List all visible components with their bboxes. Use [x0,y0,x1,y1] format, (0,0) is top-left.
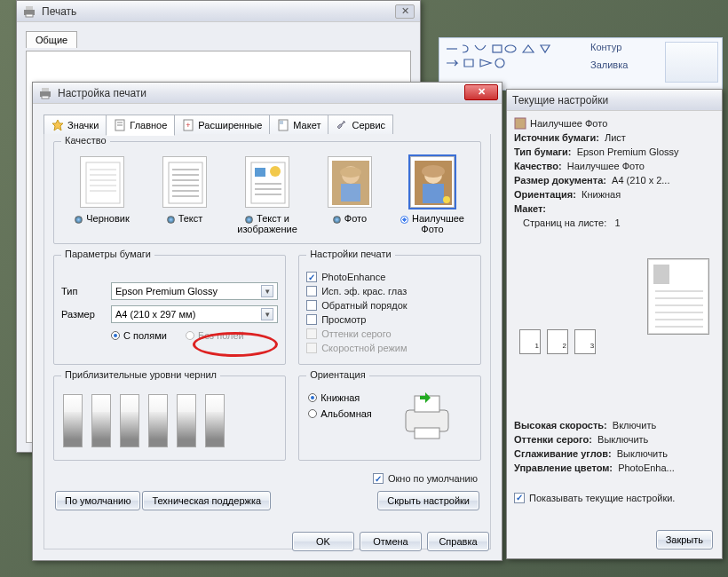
quality-draft-label: Черновик [86,213,130,224]
tab-layout-label: Макет [293,120,320,130]
info-smooth-key: Сглаживание углов: [514,448,612,459]
ink-bars [61,389,278,453]
tab-layout[interactable]: Макет [269,115,328,136]
info-source-val: Лист [605,132,626,143]
document-icon [114,119,126,131]
paper-size-combo[interactable]: A4 (210 x 297 мм)▼ [111,305,278,323]
textimg-thumb-icon [246,157,290,209]
radio-landscape[interactable]: Альбомная [308,408,372,419]
info-layout-key: Макет: [514,203,546,214]
ink-cartridge [91,394,111,447]
document-plus-icon: + [182,119,194,131]
paper-type-combo[interactable]: Epson Premium Glossy▼ [111,282,278,300]
svg-rect-53 [515,118,526,129]
tab-service[interactable]: Сервис [328,115,393,136]
layout-icon [277,119,289,131]
layout-mini-3: 3 [574,329,596,354]
tab-service-label: Сервис [352,120,385,130]
close-button[interactable]: ✕ [464,84,498,100]
settings-title: Настройка печати [58,87,496,99]
ribbon-fill-label[interactable]: Заливка [590,59,628,70]
info-type-key: Тип бумаги: [514,146,572,157]
printer-icon [22,4,36,19]
info-body: Наилучшее Фото Источник бумаги: Лист Тип… [507,111,722,235]
radio-with-margins[interactable]: С полями [111,330,167,341]
tab-main-label: Главное [130,120,167,130]
svg-rect-43 [341,184,360,202]
svg-text:+: + [186,121,191,130]
chk-fast: Скоростной режим [306,343,473,353]
chk-reverse[interactable]: Обратный порядок [306,300,473,311]
info-quality-val: Наилучшее Фото [567,161,645,171]
close-icon[interactable]: ✕ [395,4,415,19]
ink-cartridge [63,394,83,447]
chk-redeye[interactable]: Исп. эф. крас. глаз [306,286,473,296]
chevron-down-icon: ▼ [261,285,273,297]
ink-cartridge [177,394,196,447]
chk-reverse-label: Обратный порядок [321,300,407,311]
chk-preview[interactable]: Просмотр [306,314,473,325]
btn-defaults[interactable]: По умолчанию [55,491,140,510]
tab-advanced[interactable]: +Расширенные [174,115,270,136]
svg-rect-9 [26,14,33,17]
ink-cartridge [148,394,168,447]
btn-cancel[interactable]: Отмена [360,532,422,551]
layout-mini-1: 1 [519,329,541,354]
orientation-legend: Ориентация [306,369,368,380]
chk-show-current[interactable]: Показывать текущие настройки. [514,491,715,505]
ink-group: Приблизительные уровни чернил [53,375,286,461]
info-gray-key: Оттенки серого: [514,434,592,445]
tab-general[interactable]: Общие [26,31,77,48]
quality-best-photo[interactable]: Наилучшее Фото [395,156,470,234]
svg-rect-21 [86,162,120,203]
btn-hide-settings[interactable]: Скрыть настройки [377,491,479,510]
info-quality-key: Качество: [514,161,562,171]
radio-portrait[interactable]: Книжная [308,392,372,403]
tab-favorites[interactable]: Значки [44,115,107,136]
settings-titlebar[interactable]: Настройка печати ✕ [33,83,502,104]
svg-point-35 [270,166,281,177]
info-docsize-val: A4 (210 x 2... [612,175,669,186]
chk-default-window[interactable]: Окно по умолчанию [373,473,478,484]
printing-preferences-dialog: Настройка печати ✕ Значки Главное +Расши… [32,82,502,561]
quality-text[interactable]: Текст [147,156,222,234]
info-source-key: Источник бумаги: [514,132,599,143]
draft-thumb-icon [81,157,125,209]
btn-ok[interactable]: OK [292,532,354,551]
svg-marker-5 [480,59,491,67]
info-titlebar[interactable]: Текущие настройки [507,90,722,111]
btn-help[interactable]: Справка [427,532,489,551]
paper-type-value: Epson Premium Glossy [115,286,218,296]
current-settings-panel: Текущие настройки Наилучшее Фото Источни… [506,89,723,559]
svg-point-46 [422,165,445,178]
chk-redeye-label: Исп. эф. крас. глаз [321,286,407,296]
chk-photoenhance[interactable]: PhotoEnhance [306,272,473,282]
svg-rect-11 [42,88,49,91]
info-orient-key: Ориентация: [514,189,576,200]
quality-photo[interactable]: Фото [313,156,387,234]
radio-borderless[interactable]: Без полей [186,330,244,341]
svg-rect-20 [280,121,283,124]
quality-text-image[interactable]: Текст и изображение [230,156,305,234]
info-docsize-key: Размер документа: [514,175,606,186]
radio-with-margins-label: С полями [123,330,167,341]
shapes-gallery[interactable] [445,43,578,79]
layout-mini-2: 2 [547,329,568,354]
printer-icon [38,86,52,100]
tab-main[interactable]: Главное [106,115,175,136]
print-titlebar[interactable]: Печать ✕ [17,1,420,22]
btn-tech-support[interactable]: Техническая поддержка [142,491,271,510]
chk-default-window-label: Окно по умолчанию [388,473,478,484]
printer-illustration [399,389,455,442]
quality-legend: Качество [61,135,110,146]
orientation-group: Ориентация Книжная Альбомная [298,375,481,461]
svg-rect-0 [493,45,502,52]
btn-close-info[interactable]: Закрыть [656,530,713,549]
ribbon-group-divider [665,42,718,83]
paper-group: Параметры бумаги Тип Epson Premium Gloss… [53,255,286,365]
ribbon-contour-label[interactable]: Контур [590,42,621,52]
chk-fast-label: Скоростной режим [321,343,407,353]
info-title: Текущие настройки [512,94,716,107]
info-preset: Наилучшее Фото [530,116,607,130]
quality-draft[interactable]: Черновик [65,156,139,234]
